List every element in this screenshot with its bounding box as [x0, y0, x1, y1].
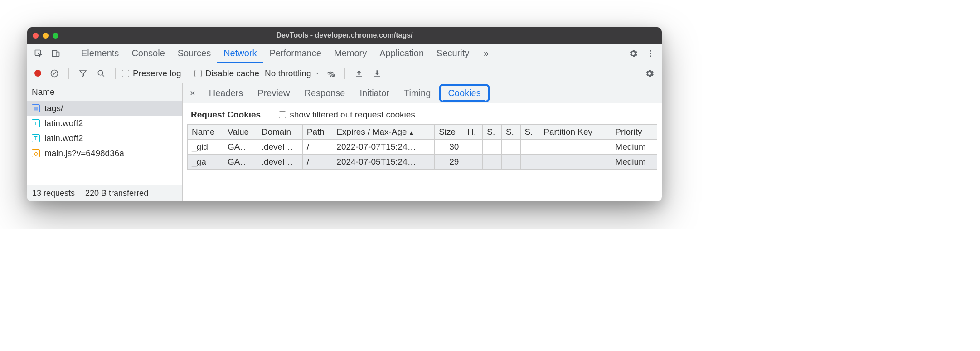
- cookie-col-header[interactable]: S.: [520, 125, 539, 140]
- cookie-col-header[interactable]: S.: [501, 125, 520, 140]
- cookie-row[interactable]: _gidGA….devel…/2022-07-07T15:24…30Medium: [188, 140, 657, 155]
- window-title: DevTools - developer.chrome.com/tags/: [27, 31, 662, 39]
- download-har-icon[interactable]: [369, 66, 385, 81]
- maximize-window-button[interactable]: [53, 33, 58, 39]
- preserve-log-checkbox[interactable]: Preserve log: [122, 68, 181, 78]
- svg-point-5: [650, 55, 651, 57]
- network-toolbar: Preserve log Disable cache No throttling: [27, 63, 662, 83]
- cookie-cell-pk: [539, 155, 611, 170]
- detail-tab-initiator[interactable]: Initiator: [354, 83, 396, 103]
- svg-point-4: [650, 53, 651, 54]
- main-tab-memory[interactable]: Memory: [328, 44, 373, 63]
- kebab-menu-icon[interactable]: [643, 46, 658, 61]
- cookie-cell-s3: [520, 140, 539, 155]
- detail-tab-preview[interactable]: Preview: [251, 83, 296, 103]
- cookie-cell-domain: .devel…: [257, 155, 302, 170]
- cookie-cell-pk: [539, 140, 611, 155]
- svg-point-8: [330, 76, 331, 77]
- pane-title: Request Cookies: [191, 110, 261, 120]
- filter-icon[interactable]: [75, 66, 91, 81]
- main-tab-performance[interactable]: Performance: [263, 44, 328, 63]
- throttling-select[interactable]: No throttling: [265, 68, 320, 78]
- cookie-cell-priority: Medium: [611, 155, 657, 170]
- traffic-lights: [33, 33, 58, 39]
- cookie-col-header[interactable]: Priority: [611, 125, 657, 140]
- cookies-table: NameValueDomainPathExpires / Max-AgeSize…: [187, 124, 657, 170]
- request-name: main.js?v=6498d36a: [44, 148, 124, 158]
- main-tab-security[interactable]: Security: [430, 44, 475, 63]
- cookie-col-header[interactable]: Value: [223, 125, 257, 140]
- request-row[interactable]: ◇main.js?v=6498d36a: [27, 146, 182, 161]
- cookie-cell-expires: 2022-07-07T15:24…: [332, 140, 435, 155]
- cookie-cell-s1: [483, 140, 502, 155]
- search-icon[interactable]: [93, 66, 109, 81]
- settings-icon[interactable]: [626, 46, 641, 61]
- cookie-cell-path: /: [302, 155, 332, 170]
- panel-settings-icon[interactable]: [642, 66, 657, 81]
- request-row[interactable]: Tlatin.woff2: [27, 116, 182, 131]
- detail-tab-headers[interactable]: Headers: [203, 83, 250, 103]
- record-button[interactable]: [34, 70, 41, 77]
- main-tab-bar: ElementsConsoleSourcesNetworkPerformance…: [27, 44, 662, 63]
- request-name: latin.woff2: [44, 133, 83, 143]
- disable-cache-checkbox[interactable]: Disable cache: [194, 68, 259, 78]
- svg-rect-2: [56, 52, 59, 56]
- clear-icon[interactable]: [47, 66, 62, 81]
- devtools-window: DevTools - developer.chrome.com/tags/ El…: [27, 27, 662, 201]
- cookie-cell-priority: Medium: [611, 140, 657, 155]
- svg-point-3: [650, 50, 651, 51]
- cookie-cell-h: [463, 155, 483, 170]
- request-row[interactable]: Tlatin.woff2: [27, 131, 182, 146]
- cookie-cell-value: GA…: [223, 140, 257, 155]
- detail-tab-response[interactable]: Response: [298, 83, 351, 103]
- main-tab-console[interactable]: Console: [125, 44, 171, 63]
- font-file-icon: T: [32, 134, 40, 142]
- separator: [69, 48, 69, 59]
- font-file-icon: T: [32, 119, 40, 127]
- cookie-col-header[interactable]: Size: [435, 125, 463, 140]
- upload-har-icon[interactable]: [351, 66, 367, 81]
- cookie-cell-s3: [520, 155, 539, 170]
- cookie-cell-domain: .devel…: [257, 140, 302, 155]
- device-toggle-icon[interactable]: [48, 46, 63, 61]
- cookie-cell-s2: [501, 155, 520, 170]
- cookie-cell-s2: [501, 140, 520, 155]
- main-tab-elements[interactable]: Elements: [75, 44, 125, 63]
- main-tab-network[interactable]: Network: [217, 44, 263, 63]
- cookie-col-header[interactable]: H.: [463, 125, 483, 140]
- titlebar: DevTools - developer.chrome.com/tags/: [27, 27, 662, 44]
- request-row[interactable]: ≣tags/: [27, 101, 182, 116]
- cookie-col-header[interactable]: Name: [188, 125, 223, 140]
- cookie-col-header[interactable]: S.: [483, 125, 502, 140]
- detail-tab-timing[interactable]: Timing: [398, 83, 437, 103]
- close-detail-button[interactable]: ×: [185, 88, 200, 98]
- cookie-cell-h: [463, 140, 483, 155]
- status-requests: 13 requests: [27, 185, 80, 201]
- status-transferred: 220 B transferred: [80, 185, 153, 201]
- cookie-row[interactable]: _gaGA….devel…/2024-07-05T15:24…29Medium: [188, 155, 657, 170]
- svg-point-7: [98, 70, 103, 75]
- cookie-col-header[interactable]: Expires / Max-Age: [332, 125, 435, 140]
- overflow-tabs-button[interactable]: »: [477, 44, 495, 63]
- minimize-window-button[interactable]: [43, 33, 49, 39]
- request-list-header-name[interactable]: Name: [27, 83, 182, 101]
- close-window-button[interactable]: [33, 33, 39, 39]
- status-bar: 13 requests 220 B transferred: [27, 185, 182, 201]
- main-tab-sources[interactable]: Sources: [171, 44, 217, 63]
- cookie-col-header[interactable]: Path: [302, 125, 332, 140]
- request-name: latin.woff2: [44, 118, 83, 128]
- inspect-icon[interactable]: [31, 46, 46, 61]
- request-list-panel: Name ≣tags/Tlatin.woff2Tlatin.woff2◇main…: [27, 83, 183, 201]
- network-conditions-icon[interactable]: [323, 66, 338, 81]
- cookie-col-header[interactable]: Partition Key: [539, 125, 611, 140]
- doc-file-icon: ≣: [32, 104, 40, 112]
- cookie-col-header[interactable]: Domain: [257, 125, 302, 140]
- show-filtered-cookies-checkbox[interactable]: show filtered out request cookies: [279, 110, 415, 120]
- cookie-cell-expires: 2024-07-05T15:24…: [332, 155, 435, 170]
- cookie-cell-size: 30: [435, 140, 463, 155]
- request-detail-panel: × HeadersPreviewResponseInitiatorTimingC…: [183, 83, 662, 201]
- chevron-down-icon: [315, 71, 320, 76]
- main-tab-application[interactable]: Application: [373, 44, 430, 63]
- detail-tab-cookies[interactable]: Cookies: [439, 84, 490, 102]
- js-file-icon: ◇: [32, 149, 40, 157]
